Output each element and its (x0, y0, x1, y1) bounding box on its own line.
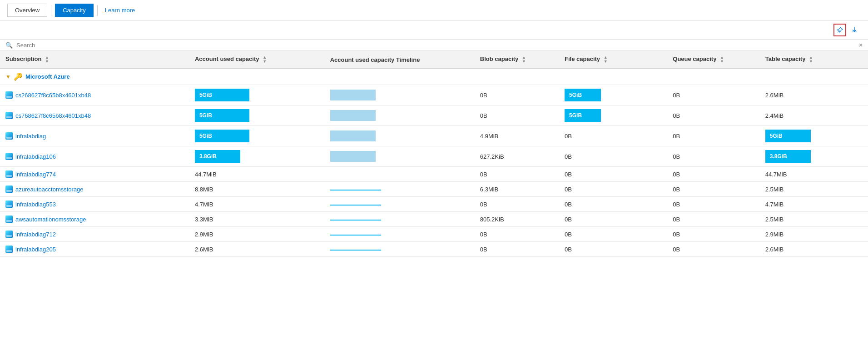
sort-subscription[interactable]: ▲▼ (45, 55, 49, 64)
col-account-used-capacity-timeline[interactable]: Account used capacity Timeline (325, 51, 475, 69)
account-used-capacity-cell: 2.6MiB (189, 242, 325, 257)
resource-name[interactable]: azureautoacctomsstorage (5, 186, 184, 193)
pin-button[interactable] (833, 24, 846, 36)
table-capacity-cell: 44.7MiB (760, 167, 868, 182)
table-row: infralabdiag205 2.6MiB0B0B0B2.6MiB (0, 242, 868, 257)
blob-capacity-value: 0B (480, 171, 487, 178)
blob-capacity-cell: 0B (475, 85, 559, 105)
download-button[interactable] (848, 24, 861, 36)
col-file-capacity[interactable]: File capacity ▲▼ (559, 51, 667, 69)
col-table-capacity[interactable]: Table capacity ▲▼ (760, 51, 868, 69)
table-row: cs768627f8c65b8x4601xb48 5GiB0B5GiB0B2.4… (0, 105, 868, 126)
table-body: ▼ 🔑 Microsoft Azure cs268627f8c65b8x4601… (0, 69, 868, 257)
blob-capacity-cell: 4.9MiB (475, 126, 559, 146)
resource-name[interactable]: infralabdiag (5, 132, 184, 140)
timeline-bar-wrap (330, 90, 394, 100)
timeline-cell (325, 182, 475, 197)
resource-name-text: infralabdiag (15, 133, 46, 140)
blob-capacity-cell: 0B (475, 105, 559, 126)
col-subscription[interactable]: Subscription ▲▼ (0, 51, 189, 69)
table-capacity-value: 4.7MiB (765, 201, 784, 208)
table-capacity-bar: 5GiB (765, 130, 811, 142)
table-capacity-cell: 2.4MiB (760, 105, 868, 126)
resource-name[interactable]: awsautomationomsstorage (5, 216, 184, 223)
resource-name[interactable]: infralabdiag712 (5, 231, 184, 238)
capacity-button[interactable]: Capacity (55, 4, 94, 17)
table-capacity-cell: 2.5MiB (760, 182, 868, 197)
timeline-line (330, 190, 381, 191)
sort-table-capacity[interactable]: ▲▼ (809, 55, 813, 64)
file-capacity-cell: 5GiB (559, 105, 667, 126)
queue-capacity-cell: 0B (667, 126, 759, 146)
account-used-capacity-cell: 44.7MiB (189, 167, 325, 182)
timeline-line-wrap (330, 250, 394, 251)
table-capacity-value: 2.4MiB (765, 112, 784, 119)
blob-capacity-cell: 805.2KiB (475, 212, 559, 227)
sort-account-used-capacity[interactable]: ▲▼ (263, 55, 267, 64)
timeline-bar (330, 151, 376, 162)
queue-capacity-cell: 0B (667, 167, 759, 182)
table-row: infralabdiag774 44.7MiB0B0B0B44.7MiB (0, 167, 868, 182)
timeline-cell (325, 197, 475, 212)
subscription-cell: infralabdiag712 (0, 227, 189, 242)
storage-account-icon (5, 186, 13, 193)
file-capacity-cell: 0B (559, 126, 667, 146)
resource-name[interactable]: infralabdiag553 (5, 201, 184, 208)
blob-capacity-value: 0B (480, 112, 487, 119)
queue-capacity-cell: 0B (667, 197, 759, 212)
table-header: Subscription ▲▼ Account used capacity ▲▼… (0, 51, 868, 69)
account-used-capacity-cell: 2.9MiB (189, 227, 325, 242)
timeline-bar (330, 130, 376, 141)
queue-capacity-value: 0B (673, 112, 680, 119)
learn-more-link[interactable]: Learn more (101, 4, 139, 16)
table-row: infralabdiag 5GiB4.9MiB0B0B5GiB (0, 126, 868, 146)
file-capacity-value: 0B (565, 201, 572, 208)
timeline-line-wrap (330, 235, 394, 236)
queue-capacity-cell: 0B (667, 85, 759, 105)
table-capacity-value: 2.6MiB (765, 92, 784, 99)
resource-name[interactable]: infralabdiag205 (5, 246, 184, 253)
file-capacity-cell: 0B (559, 197, 667, 212)
blob-capacity-value: 6.3MiB (480, 186, 498, 193)
subscription-cell: infralabdiag774 (0, 167, 189, 182)
table-capacity-cell: 2.6MiB (760, 85, 868, 105)
search-clear-button[interactable]: × (859, 41, 863, 49)
resource-name-text: infralabdiag106 (15, 153, 56, 160)
subscription-cell: cs768627f8c65b8x4601xb48 (0, 105, 189, 126)
col-account-used-capacity[interactable]: Account used capacity ▲▼ (189, 51, 325, 69)
sort-file-capacity[interactable]: ▲▼ (604, 55, 608, 64)
blob-capacity-cell: 0B (475, 242, 559, 257)
capacity-value: 3.3MiB (195, 216, 213, 223)
file-capacity-cell: 0B (559, 212, 667, 227)
capacity-value: 2.6MiB (195, 246, 213, 253)
resource-name[interactable]: infralabdiag774 (5, 170, 184, 178)
col-queue-capacity[interactable]: Queue capacity ▲▼ (667, 51, 759, 69)
capacity-value: 4.7MiB (195, 201, 213, 208)
queue-capacity-value: 0B (673, 133, 680, 140)
resource-name-text: cs768627f8c65b8x4601xb48 (15, 112, 91, 119)
resource-name[interactable]: cs768627f8c65b8x4601xb48 (5, 112, 184, 119)
resource-name[interactable]: infralabdiag106 (5, 153, 184, 160)
account-used-capacity-cell: 8.8MiB (189, 182, 325, 197)
sort-queue-capacity[interactable]: ▲▼ (720, 55, 724, 64)
blob-capacity-cell: 6.3MiB (475, 182, 559, 197)
storage-account-icon (5, 170, 13, 178)
timeline-cell (325, 85, 475, 105)
storage-account-icon (5, 112, 13, 119)
resource-name-text: infralabdiag774 (15, 171, 56, 178)
sort-blob-capacity[interactable]: ▲▼ (522, 55, 526, 64)
subscription-cell: infralabdiag553 (0, 197, 189, 212)
group-arrow-icon[interactable]: ▼ (5, 74, 11, 80)
table-capacity-cell: 4.7MiB (760, 197, 868, 212)
resource-name[interactable]: cs268627f8c65b8x4601xb48 (5, 91, 184, 99)
search-input[interactable] (16, 42, 855, 49)
blob-capacity-value: 627.2KiB (480, 153, 504, 160)
blob-capacity-value: 0B (480, 201, 487, 208)
queue-capacity-value: 0B (673, 92, 680, 99)
blob-capacity-value: 0B (480, 246, 487, 253)
col-blob-capacity[interactable]: Blob capacity ▲▼ (475, 51, 559, 69)
capacity-value: 44.7MiB (195, 171, 217, 178)
timeline-cell (325, 227, 475, 242)
subscription-cell: awsautomationomsstorage (0, 212, 189, 227)
overview-button[interactable]: Overview (7, 4, 47, 17)
